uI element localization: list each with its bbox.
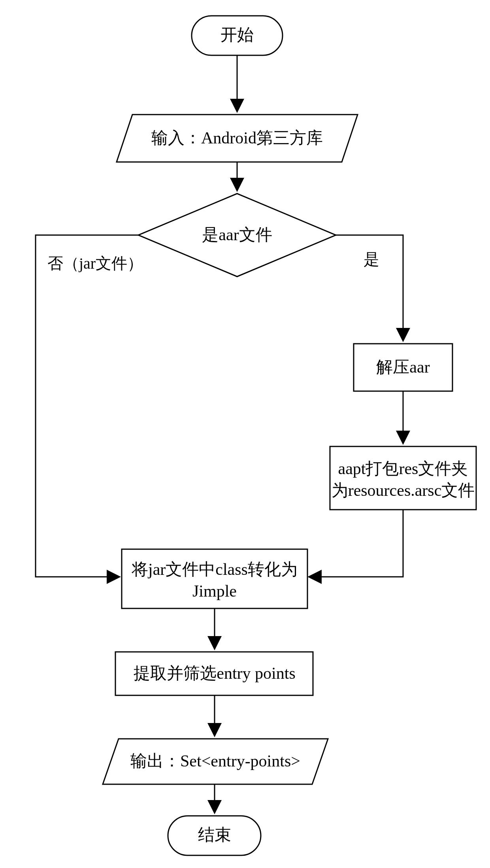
flowchart-svg: 开始 输入：Android第三方库 是aar文件 否（jar文件） 是 解压aa… bbox=[0, 0, 490, 868]
decision-node: 是aar文件 bbox=[138, 194, 336, 277]
end-node: 结束 bbox=[168, 816, 261, 855]
input-node: 输入：Android第三方库 bbox=[117, 115, 358, 162]
aapt-pack-label-2: 为resources.arsc文件 bbox=[332, 481, 475, 499]
convert-jimple-node: 将jar文件中class转化为 Jimple bbox=[122, 549, 307, 608]
decision-no-label: 否（jar文件） bbox=[47, 254, 143, 272]
output-node: 输出：Set<entry-points> bbox=[103, 739, 328, 784]
extract-entry-node: 提取并筛选entry points bbox=[115, 652, 313, 695]
decision-yes-label: 是 bbox=[364, 250, 379, 268]
start-node: 开始 bbox=[192, 16, 283, 55]
output-label: 输出：Set<entry-points> bbox=[130, 752, 300, 770]
decision-label: 是aar文件 bbox=[202, 226, 272, 244]
input-label: 输入：Android第三方库 bbox=[151, 129, 323, 147]
convert-jimple-label-1: 将jar文件中class转化为 bbox=[131, 560, 298, 578]
no-branch-line bbox=[36, 235, 138, 577]
aapt-pack-node: aapt打包res文件夹 为resources.arsc文件 bbox=[330, 446, 476, 510]
extract-entry-label: 提取并筛选entry points bbox=[134, 664, 295, 682]
aapt-pack-label-1: aapt打包res文件夹 bbox=[338, 459, 468, 478]
extract-aar-node: 解压aar bbox=[354, 344, 452, 391]
convert-jimple-label-2: Jimple bbox=[192, 582, 237, 600]
extract-aar-label: 解压aar bbox=[376, 358, 430, 376]
end-label: 结束 bbox=[198, 826, 231, 844]
start-label: 开始 bbox=[220, 26, 254, 44]
svg-rect-4 bbox=[330, 446, 476, 510]
aapt-to-jimple-line bbox=[310, 510, 403, 577]
